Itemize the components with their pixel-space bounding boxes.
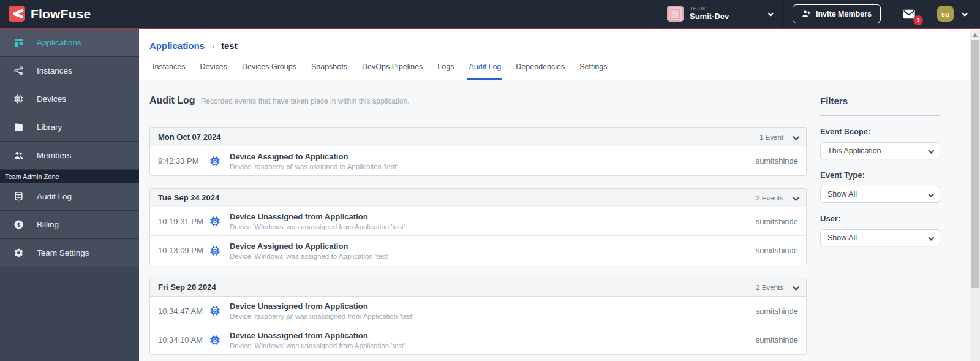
tab-dependencies[interactable]: Dependencies [514, 56, 566, 80]
tab-audit-log[interactable]: Audit Log [467, 56, 502, 80]
sidebar-item-library[interactable]: Library [0, 113, 139, 142]
event-description: Device 'Windows' was unassigned from App… [230, 342, 405, 349]
event-row: 10:19:31 PM Device Unassigned from Appli… [150, 207, 806, 236]
device-chip-icon [209, 216, 221, 227]
filters-panel: Filters Event Scope: This Application Ev… [820, 90, 940, 355]
chevron-down-icon[interactable] [793, 283, 799, 290]
user-filter-label: User: [820, 214, 940, 223]
invite-members-label: Invite Members [816, 10, 872, 18]
group-event-count: 2 Events [756, 194, 783, 202]
event-group-header[interactable]: Fri Sep 20 2024 2 Events [150, 278, 806, 297]
event-group-header[interactable]: Mon Oct 07 2024 1 Event [150, 128, 806, 146]
applications-icon [13, 37, 24, 48]
flowfuse-logo[interactable]: FlowFuse [0, 6, 91, 22]
flowfuse-logo-icon [9, 6, 25, 22]
notification-badge: 3 [913, 15, 923, 25]
event-scope-value: This Application [827, 146, 881, 155]
event-user: sumitshinde [756, 335, 798, 344]
user-filter-value: Show All [827, 234, 857, 242]
group-date: Tue Sep 24 2024 [158, 193, 219, 202]
svg-text:$: $ [17, 221, 21, 228]
breadcrumb: Applications › test [139, 29, 980, 56]
members-icon [13, 150, 24, 161]
event-row: 10:13:09 PM Device Assigned to Applicati… [150, 236, 806, 265]
event-time: 10:13:09 PM [158, 246, 209, 255]
tab-devices-groups[interactable]: Devices Groups [241, 56, 298, 80]
chevron-down-icon[interactable] [793, 133, 799, 140]
chevron-down-icon[interactable] [793, 194, 799, 200]
breadcrumb-current: test [221, 40, 238, 51]
team-switcher[interactable]: TEAM: Sumit-Dev [657, 0, 782, 28]
event-group: Mon Oct 07 2024 1 Event 9:42:33 PM Devic… [149, 127, 807, 176]
logo-text: FlowFuse [31, 7, 91, 21]
sidebar-item-devices[interactable]: Devices [0, 85, 139, 113]
event-description: Device 'raspberry pi' was unassigned fro… [230, 313, 413, 320]
tab-logs[interactable]: Logs [436, 56, 455, 80]
event-time: 10:34:10 AM [158, 335, 209, 344]
breadcrumb-separator: › [207, 41, 219, 51]
scrollbar-thumb[interactable] [971, 40, 979, 288]
group-date: Fri Sep 20 2024 [158, 283, 216, 292]
breadcrumb-applications-link[interactable]: Applications [149, 40, 205, 51]
group-event-count: 1 Event [760, 134, 783, 141]
sidebar-item-billing[interactable]: $ Billing [0, 211, 139, 239]
user-avatar[interactable]: su [937, 6, 954, 22]
vertical-scrollbar[interactable] [970, 30, 980, 361]
sidebar-item-audit-log[interactable]: Audit Log [0, 183, 139, 211]
sidebar-item-label: Instances [37, 66, 72, 75]
tab-snapshots[interactable]: Snapshots [310, 56, 349, 80]
page-description: Recorded events that have taken place in… [201, 97, 410, 105]
sidebar-item-team-settings[interactable]: Team Settings [0, 239, 139, 267]
user-menu-chevron-icon[interactable] [962, 10, 968, 17]
sidebar-item-label: Members [37, 151, 71, 160]
notifications-button[interactable]: 3 [901, 7, 917, 21]
person-plus-icon [802, 9, 811, 18]
event-group-header[interactable]: Tue Sep 24 2024 2 Events [150, 189, 806, 207]
event-scope-select[interactable]: This Application [820, 142, 940, 159]
group-event-count: 2 Events [756, 284, 783, 291]
event-user: sumitshinde [756, 217, 798, 226]
chevron-down-icon [767, 10, 774, 17]
sidebar-item-instances[interactable]: Instances [0, 57, 139, 85]
tab-settings[interactable]: Settings [578, 56, 608, 80]
event-title: Device Unassigned from Application [230, 331, 405, 340]
chevron-down-icon [928, 147, 934, 153]
page-title: Audit Log [149, 95, 195, 106]
tab-devices[interactable]: Devices [199, 56, 228, 80]
device-chip-icon [209, 305, 221, 316]
group-date: Mon Oct 07 2024 [158, 132, 221, 142]
tab-instances[interactable]: Instances [151, 56, 187, 80]
chevron-down-icon [928, 191, 934, 197]
event-time: 10:19:31 PM [158, 217, 209, 226]
sidebar-item-applications[interactable]: Applications [0, 29, 139, 57]
filters-title: Filters [820, 96, 940, 106]
divider [820, 115, 940, 116]
sidebar-item-label: Team Settings [37, 248, 89, 257]
event-row: 10:34:47 AM Device Unassigned from Appli… [150, 297, 806, 325]
team-avatar [667, 6, 684, 22]
sidebar-item-label: Library [37, 123, 62, 132]
library-icon [13, 122, 24, 132]
invite-members-button[interactable]: Invite Members [793, 4, 881, 23]
event-user: sumitshinde [756, 306, 798, 316]
event-user: sumitshinde [756, 246, 798, 255]
event-description: Device 'Windows' was assigned to Applica… [230, 253, 389, 260]
scroll-up-icon [973, 33, 978, 37]
tab-devops-pipelines[interactable]: DevOps Pipelines [361, 56, 424, 80]
sidebar-item-label: Audit Log [37, 192, 72, 201]
event-title: Device Unassigned from Application [230, 302, 413, 311]
event-time: 10:34:47 AM [158, 306, 209, 316]
user-filter-select[interactable]: Show All [820, 229, 940, 246]
event-type-select[interactable]: Show All [820, 186, 940, 203]
device-chip-icon [209, 335, 221, 346]
event-group: Fri Sep 20 2024 2 Events 10:34:47 AM Dev… [149, 278, 807, 355]
event-title: Device Assigned to Application [230, 152, 398, 161]
scroll-up-button[interactable] [970, 30, 980, 40]
event-time: 9:42:33 PM [158, 156, 209, 165]
event-type-label: Event Type: [820, 170, 940, 180]
audit-log-icon [13, 191, 24, 202]
main-area: Applications › test Instances Devices De… [139, 29, 980, 361]
event-user: sumitshinde [756, 156, 798, 165]
event-description: Device 'Windows' was unassigned from App… [230, 223, 405, 230]
sidebar-item-members[interactable]: Members [0, 142, 139, 170]
